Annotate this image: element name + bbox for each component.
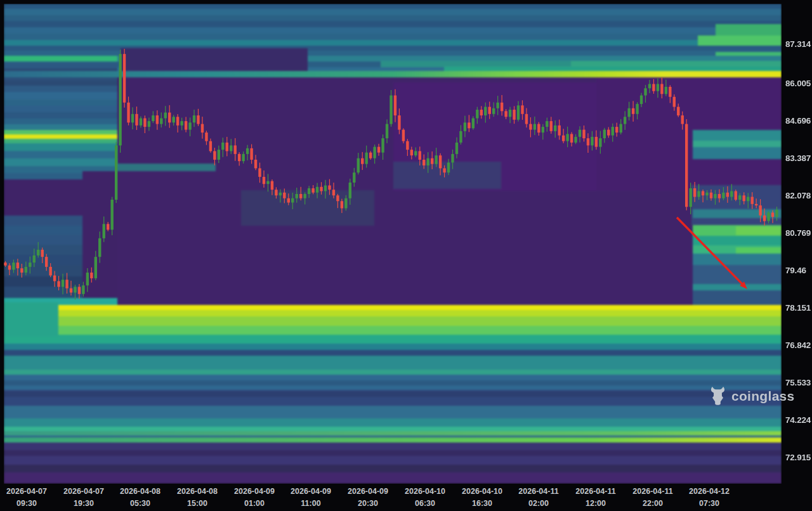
time-axis-label: 2026-04-0920:30 [348, 486, 388, 510]
time-axis-label: 2026-04-1122:00 [632, 486, 672, 510]
time-axis-label: 2026-04-1102:00 [518, 486, 558, 510]
time-axis-label: 2026-04-0805:30 [120, 486, 160, 510]
time-axis-label: 2026-04-0719:30 [63, 486, 104, 510]
time-axis-label: 2026-04-1006:30 [405, 486, 445, 510]
price-axis: 87.31486.00584.69683.38782.07880.76979.4… [785, 0, 812, 484]
price-axis-label: 78.151 [785, 303, 812, 313]
price-axis-label: 86.005 [785, 79, 812, 88]
price-axis-label: 80.769 [785, 228, 812, 238]
time-axis-label: 2026-04-1207:30 [689, 486, 730, 510]
time-axis-label: 2026-04-0815:00 [177, 486, 218, 510]
liquidation-heatmap-screen: coinglass 87.31486.00584.69683.38782.078… [0, 0, 812, 511]
price-axis-label: 82.078 [785, 191, 812, 200]
time-axis-label: 2026-04-0709:30 [6, 486, 47, 510]
price-axis-label: 72.915 [785, 453, 812, 462]
time-axis-label: 2026-04-1112:00 [575, 486, 615, 510]
price-axis-label: 74.224 [785, 415, 812, 425]
price-axis-label: 87.314 [785, 39, 812, 49]
time-axis: 2026-04-0709:302026-04-0719:302026-04-08… [0, 484, 812, 511]
price-axis-label: 76.842 [785, 340, 812, 350]
coinglass-bull-icon [709, 387, 726, 406]
price-axis-label: 83.387 [785, 153, 812, 163]
time-axis-label: 2026-04-0911:00 [291, 486, 331, 510]
time-axis-label: 2026-04-0901:00 [234, 486, 275, 510]
price-axis-label: 79.46 [785, 266, 812, 275]
price-axis-label: 84.696 [785, 116, 812, 126]
candlestick-overlay-canvas [4, 4, 782, 484]
price-axis-label: 75.533 [785, 378, 812, 387]
time-axis-label: 2026-04-1016:30 [462, 486, 502, 510]
coinglass-watermark: coinglass [709, 387, 795, 406]
